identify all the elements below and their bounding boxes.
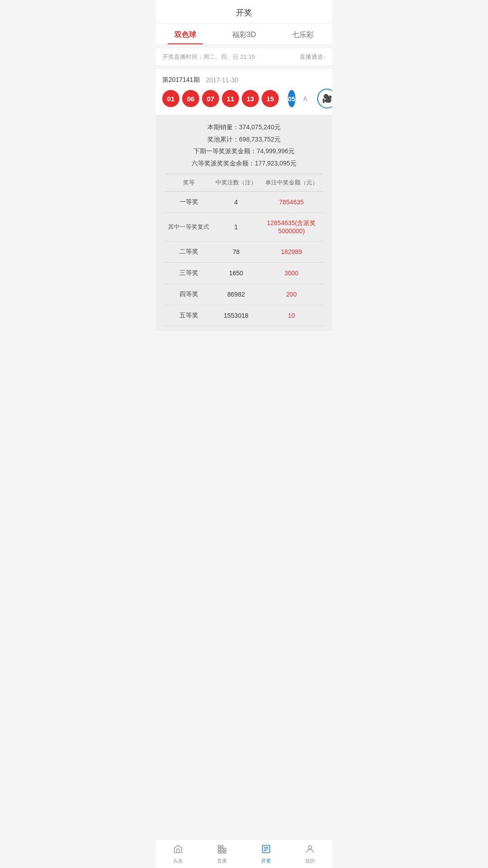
prize-name-3: 三等奖 [165,269,212,277]
svg-rect-8 [224,851,226,854]
nav-mine[interactable]: 我的 [288,840,333,868]
tabs-bar: 双色球 福彩3D 七乐彩 [156,24,332,45]
prize-amount-1: 7854635 [260,198,323,206]
col-header-prize: 奖等 [165,179,212,187]
nav-lottery[interactable]: 开奖 [244,840,288,868]
live-icon [217,844,227,856]
video-camera-icon: 🎥 [322,94,332,104]
nav-headline[interactable]: 头条 [156,840,200,868]
sales-row: 本期销量：374,075,240元 [165,121,323,133]
next-first-row: 下期一等奖派奖金额：74,999,996元 [165,145,323,157]
prize-row-2: 二等奖 78 182989 [165,241,323,263]
nav-lottery-label: 开奖 [261,858,271,864]
prize-name-1: 一等奖 [165,198,212,206]
ball-blue: 05 [288,90,296,107]
draw-date: 2017-11-30 [206,76,239,84]
draw-balls-row: 01 06 07 11 13 15 05 ∧ [162,89,326,115]
prize-count-1: 4 [212,198,260,206]
collapse-button[interactable]: ∧ [298,91,313,106]
prize-row-5: 五等奖 1553018 10 [165,305,323,326]
prize-count-3: 1650 [212,269,260,277]
ball-red-2: 06 [182,90,199,107]
page-title: 开奖 [236,8,252,17]
prize-row-3: 三等奖 1650 3000 [165,263,323,284]
sixth-remain-row: 六等奖派奖奖金余额：177,923,095元 [165,157,323,170]
prize-table-header: 奖等 中奖注数（注） 单注中奖金额（元） [165,174,323,192]
video-button[interactable]: 🎥 [317,89,332,108]
ball-red-6: 15 [262,90,279,107]
tab-fucai3d[interactable]: 福彩3D [215,24,273,44]
svg-rect-4 [221,848,223,850]
prize-count-1-sub: 1 [212,223,260,231]
draw-meta: 第2017141期 2017-11-30 [162,76,326,84]
svg-rect-3 [218,848,221,850]
bottom-nav: 头条 直播 开奖 [156,839,332,868]
tab-shuangseqiu[interactable]: 双色球 [156,24,215,44]
svg-point-13 [309,846,312,849]
header: 开奖 [156,0,332,24]
draw-section: 第2017141期 2017-11-30 01 06 07 11 13 15 [156,70,332,115]
svg-rect-5 [218,851,221,854]
draw-period: 第2017141期 [162,76,200,84]
lottery-icon [261,844,271,856]
prize-name-1-sub: 其中一等奖复式 [165,223,212,231]
nav-headline-label: 头条 [173,858,183,864]
prize-amount-4: 200 [260,291,323,298]
prize-name-2: 二等奖 [165,248,212,256]
ball-red-1: 01 [162,90,179,107]
detail-stats: 本期销量：374,075,240元 奖池累计：698,733,752元 下期一等… [165,121,323,169]
prize-amount-1-sub: 12854635(含派奖5000000) [260,219,323,235]
svg-rect-6 [221,851,223,854]
prize-name-4: 四等奖 [165,290,212,298]
ball-red-3: 07 [202,90,219,107]
svg-rect-1 [221,845,223,848]
prize-amount-2: 182989 [260,248,323,255]
broadcast-time: 开奖直播时间：周二、四、日 21:15 [162,53,255,61]
broadcast-bar: 开奖直播时间：周二、四、日 21:15 直播通道 › [156,48,332,66]
svg-rect-0 [218,845,221,848]
col-header-count: 中奖注数（注） [212,179,260,187]
detail-panel: 本期销量：374,075,240元 奖池累计：698,733,752元 下期一等… [156,115,332,331]
tab-qilecai[interactable]: 七乐彩 [273,24,332,44]
chevron-right-icon: › [324,54,326,60]
nav-mine-label: 我的 [305,858,315,864]
svg-rect-7 [224,848,226,850]
nav-live[interactable]: 直播 [200,840,244,868]
chevron-up-icon: ∧ [302,94,308,104]
ball-red-4: 11 [222,90,239,107]
draw-actions: ∧ 🎥 [298,89,332,108]
prize-name-5: 五等奖 [165,311,212,320]
pool-row: 奖池累计：698,733,752元 [165,133,323,146]
broadcast-channel-link[interactable]: 直播通道 › [300,53,326,61]
prize-count-5: 1553018 [212,312,260,319]
prize-amount-3: 3000 [260,269,323,277]
prize-amount-5: 10 [260,312,323,319]
col-header-amount: 单注中奖金额（元） [260,179,323,187]
prize-row-4: 四等奖 86982 200 [165,284,323,305]
ball-red-5: 13 [242,90,259,107]
person-icon [305,844,315,856]
red-balls-group: 01 06 07 11 13 15 [162,90,279,107]
home-icon [173,844,183,856]
prize-count-2: 78 [212,248,260,255]
prize-count-4: 86982 [212,291,260,298]
prize-row-1-sub: 其中一等奖复式 1 12854635(含派奖5000000) [165,213,323,241]
nav-live-label: 直播 [217,858,227,864]
prize-row-1: 一等奖 4 7854635 [165,192,323,213]
